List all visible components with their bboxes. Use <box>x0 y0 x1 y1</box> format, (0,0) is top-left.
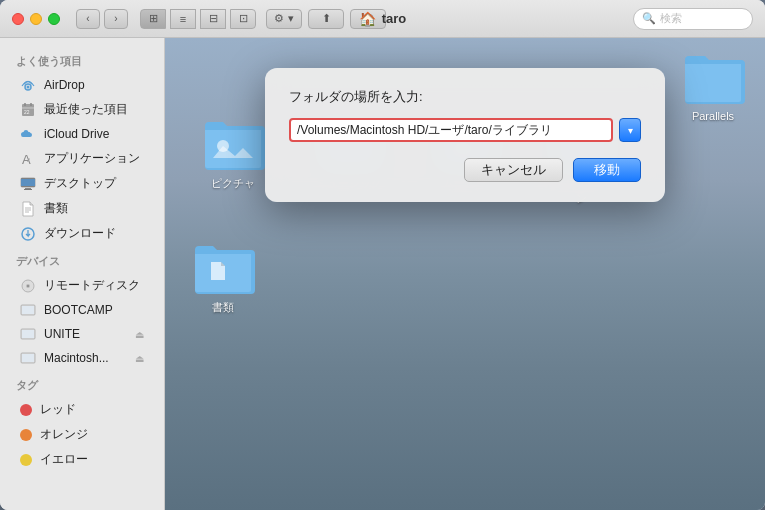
sidebar-item-red[interactable]: レッド <box>4 397 160 422</box>
goto-folder-dialog: フォルダの場所を入力: ▾ キャンセル 移動 <box>265 68 665 202</box>
desktop-icon <box>20 176 36 192</box>
dialog-input-row: ▾ <box>289 118 641 142</box>
cloud-icon <box>20 126 36 142</box>
svg-rect-23 <box>22 330 34 338</box>
svg-point-1 <box>27 86 30 89</box>
sidebar-item-unite[interactable]: UNITE ⏏ <box>4 322 160 346</box>
forward-button[interactable]: › <box>104 9 128 29</box>
sidebar-item-desktop[interactable]: デスクトップ <box>4 171 160 196</box>
title-text: taro <box>382 11 407 26</box>
macintosh-label: Macintosh... <box>44 351 109 365</box>
download-icon <box>20 226 36 242</box>
icon-view-button[interactable]: ⊞ <box>140 9 166 29</box>
sidebar-item-yellow[interactable]: イエロー <box>4 447 160 472</box>
unite-label: UNITE <box>44 327 80 341</box>
traffic-lights <box>12 13 60 25</box>
sidebar-item-documents[interactable]: 書類 <box>4 196 160 221</box>
list-view-button[interactable]: ≡ <box>170 9 196 29</box>
minimize-button[interactable] <box>30 13 42 25</box>
home-icon: 🏠 <box>359 11 376 27</box>
sidebar-item-bootcamp[interactable]: BOOTCAMP <box>4 298 160 322</box>
folder-path-input[interactable] <box>289 118 613 142</box>
favorites-header: よく使う項目 <box>0 46 164 73</box>
dialog-input-container <box>289 118 613 142</box>
go-button[interactable]: 移動 <box>573 158 641 182</box>
orange-label: オレンジ <box>40 426 88 443</box>
svg-text:²: ² <box>27 156 30 166</box>
yellow-dot <box>20 454 32 466</box>
apps-label: アプリケーション <box>44 150 140 167</box>
devices-header: デバイス <box>0 246 164 273</box>
airdrop-icon <box>20 77 36 93</box>
yellow-label: イエロー <box>40 451 88 468</box>
airdrop-label: AirDrop <box>44 78 85 92</box>
back-button[interactable]: ‹ <box>76 9 100 29</box>
sidebar-item-apps[interactable]: A ² アプリケーション <box>4 146 160 171</box>
svg-rect-12 <box>24 189 32 190</box>
close-button[interactable] <box>12 13 24 25</box>
downloads-label: ダウンロード <box>44 225 116 242</box>
red-label: レッド <box>40 401 76 418</box>
clock-icon: 22 <box>20 102 36 118</box>
titlebar: ‹ › ⊞ ≡ ⊟ ⊡ ⚙ ▾ ⬆ ◯ 🏠 taro 🔍 検索 <box>0 0 765 38</box>
window-title: 🏠 taro <box>359 11 407 27</box>
sidebar-item-airdrop[interactable]: AirDrop <box>4 73 160 97</box>
svg-rect-10 <box>21 179 35 186</box>
unite-eject-icon[interactable]: ⏏ <box>135 329 144 340</box>
tags-header: タグ <box>0 370 164 397</box>
macintosh-eject-icon[interactable]: ⏏ <box>135 353 144 364</box>
apps-icon: A ² <box>20 151 36 167</box>
sidebar-item-recents[interactable]: 22 最近使った項目 <box>4 97 160 122</box>
maximize-button[interactable] <box>48 13 60 25</box>
column-view-button[interactable]: ⊟ <box>200 9 226 29</box>
recents-label: 最近使った項目 <box>44 101 128 118</box>
desktop-label: デスクトップ <box>44 175 116 192</box>
main-area: よく使う項目 AirDrop <box>0 38 765 510</box>
bootcamp-icon <box>20 302 36 318</box>
orange-dot <box>20 429 32 441</box>
sidebar: よく使う項目 AirDrop <box>0 38 165 510</box>
search-placeholder: 検索 <box>660 11 682 26</box>
path-dropdown-button[interactable]: ▾ <box>619 118 641 142</box>
sidebar-item-macintosh[interactable]: Macintosh... ⏏ <box>4 346 160 370</box>
bootcamp-label: BOOTCAMP <box>44 303 113 317</box>
sidebar-item-icloud[interactable]: iCloud Drive <box>4 122 160 146</box>
svg-point-19 <box>27 285 29 287</box>
macintosh-drive-icon <box>20 350 36 366</box>
svg-rect-25 <box>22 354 34 362</box>
search-icon: 🔍 <box>642 12 656 25</box>
action-button[interactable]: ⚙ ▾ <box>266 9 302 29</box>
share-button[interactable]: ⬆ <box>308 9 344 29</box>
search-box[interactable]: 🔍 検索 <box>633 8 753 30</box>
coverflow-view-button[interactable]: ⊡ <box>230 9 256 29</box>
cancel-button[interactable]: キャンセル <box>464 158 563 182</box>
sidebar-item-remote[interactable]: リモートディスク <box>4 273 160 298</box>
documents-label: 書類 <box>44 200 68 217</box>
unite-drive-icon <box>20 326 36 342</box>
remote-label: リモートディスク <box>44 277 140 294</box>
disc-icon <box>20 278 36 294</box>
finder-window: ‹ › ⊞ ≡ ⊟ ⊡ ⚙ ▾ ⬆ ◯ 🏠 taro 🔍 検索 よく使う項目 <box>0 0 765 510</box>
sidebar-item-orange[interactable]: オレンジ <box>4 422 160 447</box>
dialog-buttons: キャンセル 移動 <box>289 158 641 182</box>
file-area: Parallels ピクチャ <box>165 38 765 510</box>
icloud-label: iCloud Drive <box>44 127 109 141</box>
dialog-overlay: フォルダの場所を入力: ▾ キャンセル 移動 <box>165 38 765 510</box>
dialog-title: フォルダの場所を入力: <box>289 88 641 106</box>
svg-rect-21 <box>22 306 34 314</box>
red-dot <box>20 404 32 416</box>
sidebar-item-downloads[interactable]: ダウンロード <box>4 221 160 246</box>
nav-buttons: ‹ › <box>76 9 128 29</box>
doc-icon <box>20 201 36 217</box>
view-controls: ⊞ ≡ ⊟ ⊡ <box>140 9 256 29</box>
svg-text:22: 22 <box>24 109 30 115</box>
